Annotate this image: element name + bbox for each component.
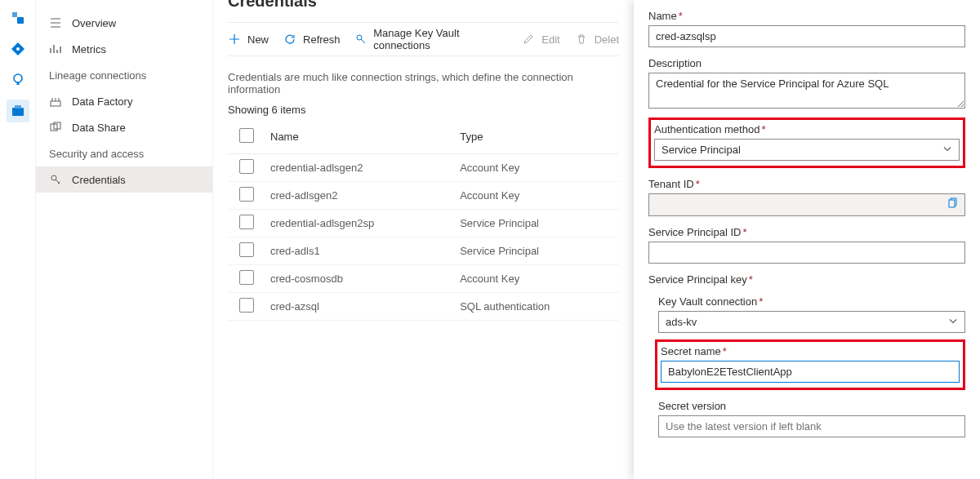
nav-credentials[interactable]: Credentials xyxy=(36,166,212,193)
showing-count: Showing 6 items xyxy=(228,104,619,121)
nav-label: Overview xyxy=(72,17,116,29)
credentials-table: Name Type credential-adlsgen2Account Key… xyxy=(228,121,619,321)
table-row[interactable]: cred-cosmosdbAccount Key xyxy=(228,264,619,292)
list-icon xyxy=(49,16,62,29)
svg-rect-7 xyxy=(15,105,21,109)
copy-icon[interactable] xyxy=(947,197,960,211)
description-label: Description xyxy=(648,57,965,69)
cell-name: credential-adlsgen2 xyxy=(264,153,453,181)
table-row[interactable]: cred-adls1Service Principal xyxy=(228,237,619,264)
table-row[interactable]: cred-adlsgen2Account Key xyxy=(228,181,619,209)
credentials-icon xyxy=(49,173,62,186)
col-name[interactable]: Name xyxy=(264,121,453,153)
auth-method-select[interactable]: Service Principal xyxy=(654,139,960,161)
name-label: Name* xyxy=(648,10,965,22)
edit-button: Edit xyxy=(522,33,559,46)
svg-point-4 xyxy=(14,74,22,82)
select-all-checkbox[interactable] xyxy=(239,128,254,143)
svg-rect-6 xyxy=(12,108,24,116)
page-title: Credentials xyxy=(228,0,619,11)
cell-type: Account Key xyxy=(453,181,619,209)
sp-key-label: Service Principal key* xyxy=(648,273,965,286)
cell-name: cred-adls1 xyxy=(264,237,453,264)
table-row[interactable]: credential-adlsgen2spService Principal xyxy=(228,209,619,237)
plus-icon xyxy=(228,33,241,46)
auth-method-label: Authentication method* xyxy=(654,123,960,135)
svg-rect-8 xyxy=(51,101,60,106)
chevron-down-icon xyxy=(948,316,958,328)
table-row[interactable]: cred-azsqlSQL authentication xyxy=(228,292,619,320)
nav-overview[interactable]: Overview xyxy=(36,10,212,36)
svg-point-3 xyxy=(16,47,20,51)
cell-name: cred-azsql xyxy=(264,292,453,320)
refresh-button[interactable]: Refresh xyxy=(283,33,341,46)
nav-label: Data Share xyxy=(72,122,126,134)
svg-rect-5 xyxy=(16,82,19,85)
svg-rect-1 xyxy=(17,17,24,24)
main-content: Credentials New Refresh Manage Key Vault… xyxy=(212,0,634,479)
row-checkbox[interactable] xyxy=(239,242,254,257)
table-row[interactable]: credential-adlsgen2Account Key xyxy=(228,153,619,181)
cell-name: credential-adlsgen2sp xyxy=(264,209,453,237)
factory-icon xyxy=(49,95,62,108)
tenant-id-input xyxy=(648,193,965,216)
cell-type: Account Key xyxy=(453,153,619,181)
management-icon[interactable] xyxy=(7,100,29,122)
row-checkbox[interactable] xyxy=(239,159,254,174)
side-nav: Overview Metrics Lineage connections Dat… xyxy=(36,0,212,479)
auth-method-highlight: Authentication method* Service Principal xyxy=(648,118,965,168)
cell-type: SQL authentication xyxy=(453,292,619,320)
secret-version-label: Secret version xyxy=(658,400,965,412)
kv-connection-label: Key Vault connection* xyxy=(658,295,965,308)
tenant-id-label: Tenant ID* xyxy=(648,178,965,190)
sp-id-input[interactable] xyxy=(648,242,965,264)
delete-button: Delet xyxy=(575,33,619,46)
name-input[interactable] xyxy=(648,25,965,47)
sources-icon[interactable] xyxy=(7,7,29,29)
col-type[interactable]: Type xyxy=(453,121,619,153)
secret-version-input[interactable] xyxy=(658,415,965,437)
cell-name: cred-adlsgen2 xyxy=(264,181,453,209)
insights-icon[interactable] xyxy=(7,69,29,91)
map-icon[interactable] xyxy=(7,38,29,60)
kv-connection-select[interactable]: ads-kv xyxy=(658,311,965,333)
secret-name-highlight: Secret name* xyxy=(655,339,965,390)
nav-metrics[interactable]: Metrics xyxy=(36,36,212,62)
row-checkbox[interactable] xyxy=(239,187,254,202)
trash-icon xyxy=(575,33,588,46)
nav-datashare[interactable]: Data Share xyxy=(36,114,212,140)
manage-kv-button[interactable]: Manage Key Vault connections xyxy=(355,27,508,51)
cell-type: Service Principal xyxy=(453,237,619,264)
edit-icon xyxy=(522,33,535,46)
cell-name: cred-cosmosdb xyxy=(264,264,453,292)
secret-name-label: Secret name* xyxy=(661,345,960,357)
nav-label: Data Factory xyxy=(72,95,132,108)
metrics-icon xyxy=(49,42,62,55)
key-vault-icon xyxy=(355,33,368,46)
svg-rect-0 xyxy=(12,12,17,17)
row-checkbox[interactable] xyxy=(239,298,254,313)
nav-label: Metrics xyxy=(72,43,106,55)
refresh-icon xyxy=(283,33,296,46)
new-credential-panel: Name* Description Authentication method*… xyxy=(634,0,980,479)
cell-type: Account Key xyxy=(453,264,619,292)
nav-section-lineage: Lineage connections xyxy=(36,62,212,88)
row-checkbox[interactable] xyxy=(239,270,254,285)
svg-rect-13 xyxy=(949,200,955,207)
secret-name-input[interactable] xyxy=(661,361,960,383)
cell-type: Service Principal xyxy=(453,209,619,237)
left-rail xyxy=(0,0,36,479)
sp-id-label: Service Principal ID* xyxy=(648,226,965,238)
toolbar: New Refresh Manage Key Vault connections… xyxy=(228,22,619,56)
share-icon xyxy=(49,121,62,134)
row-checkbox[interactable] xyxy=(239,215,254,229)
nav-label: Credentials xyxy=(72,174,126,186)
description-input[interactable] xyxy=(648,73,965,109)
chevron-down-icon xyxy=(942,144,952,156)
nav-datafactory[interactable]: Data Factory xyxy=(36,88,212,114)
nav-section-security: Security and access xyxy=(36,140,212,166)
new-button[interactable]: New xyxy=(228,33,269,46)
page-description: Credentials are much like connection str… xyxy=(228,56,619,104)
